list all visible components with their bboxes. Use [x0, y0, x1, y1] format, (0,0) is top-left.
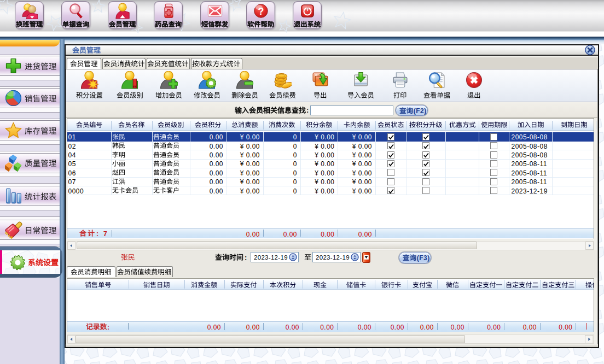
svg-text:?: ?: [258, 6, 264, 17]
